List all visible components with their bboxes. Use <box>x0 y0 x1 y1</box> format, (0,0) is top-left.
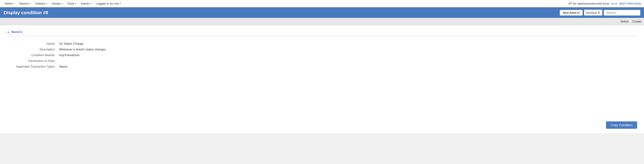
nav-assets-arrow: ▾ <box>62 2 63 5</box>
nav-logo-arrows: ≫≪ <box>611 2 618 6</box>
basics-toggle-icon[interactable]: ▲ <box>7 30 10 34</box>
rt-info-text: RT for aperturescience42.local <box>569 2 609 5</box>
nav-search-arrow: ▾ <box>30 2 31 5</box>
field-transaction-types-value: Status <box>57 64 637 69</box>
queue-label: General <box>586 11 597 15</box>
field-description-row: Description: Whenever a ticket's status … <box>7 47 637 52</box>
search-input[interactable] <box>604 10 640 16</box>
copy-condition-button[interactable]: Copy Condition <box>606 121 637 129</box>
nav-home-arrow: ▾ <box>14 2 15 5</box>
field-condition-module-value: AnyTransaction <box>57 52 637 58</box>
toolbar-bar: Select Create <box>0 18 644 25</box>
field-transaction-types-label: Applicable Transaction Types: <box>7 64 57 69</box>
nav-admin[interactable]: Admin ▾ <box>78 0 94 7</box>
nav-search[interactable]: Search ▾ <box>17 0 33 7</box>
nav-logged-in-arrow: ▾ <box>120 2 121 5</box>
nav-articles-arrow: ▾ <box>46 2 47 5</box>
nav-articles-label: Articles <box>35 2 45 5</box>
footer-actions: Copy Condition <box>0 117 644 133</box>
field-name-label: Name: <box>7 41 57 47</box>
nav-articles[interactable]: Articles ▾ <box>33 0 50 7</box>
rt-info: RT for aperturescience42.local ≫≪ BEST P… <box>569 2 642 6</box>
new-ticket-button[interactable]: New ticket in <box>560 10 583 16</box>
nav-tools-label: Tools <box>67 2 74 5</box>
nav-tools-arrow: ▾ <box>75 2 76 5</box>
create-link[interactable]: Create <box>632 20 641 23</box>
nav-tools[interactable]: Tools ▾ <box>65 0 78 7</box>
field-description-value: Whenever a ticket's status changes <box>57 47 637 52</box>
logo-best: BEST <box>620 2 626 5</box>
select-link[interactable]: Select <box>620 20 629 23</box>
field-parameters-label: Parameters to Pass: <box>7 58 57 64</box>
queue-arrows-icon: ⬍ <box>598 11 600 15</box>
field-condition-module-row: Condition Module: AnyTransaction <box>7 52 637 58</box>
logo-practical: PRACTICAL <box>627 2 642 5</box>
field-condition-module-label: Condition Module: <box>7 52 57 58</box>
queue-selector[interactable]: General ⬍ <box>584 10 602 16</box>
nav-home[interactable]: Home ▾ <box>2 0 17 7</box>
field-parameters-row: Parameters to Pass: <box>7 58 637 64</box>
field-description-label: Description: <box>7 47 57 52</box>
basics-section-header: ▲ Basics <box>7 30 637 34</box>
field-parameters-value <box>57 58 637 64</box>
header-bar: Display condition #8 New ticket in Gener… <box>0 7 644 18</box>
nav-assets[interactable]: Assets ▾ <box>50 0 65 7</box>
content-area: ▲ Basics Name: On Status Change Descript… <box>0 25 644 117</box>
basics-section-title: Basics <box>12 30 22 34</box>
field-name-row: Name: On Status Change <box>7 41 637 47</box>
nav-assets-label: Assets <box>52 2 61 5</box>
basics-divider <box>7 36 637 36</box>
nav-admin-label: Admin <box>81 2 89 5</box>
top-nav: Home ▾ Search ▾ Articles ▾ Assets ▾ Tool… <box>0 0 644 7</box>
nav-logged-in[interactable]: Logged in as root ▾ <box>94 0 123 7</box>
basics-fields-table: Name: On Status Change Description: When… <box>7 41 637 69</box>
nav-home-label: Home <box>4 2 12 5</box>
header-actions: New ticket in General ⬍ <box>560 10 640 16</box>
page-title: Display condition #8 <box>4 10 560 15</box>
nav-admin-arrow: ▾ <box>90 2 91 5</box>
nav-logged-in-label: Logged in as root <box>96 2 119 5</box>
field-name-value: On Status Change <box>57 41 637 47</box>
nav-search-label: Search <box>19 2 28 5</box>
field-transaction-types-row: Applicable Transaction Types: Status <box>7 64 637 69</box>
rt-logo: BEST PRACTICAL <box>620 2 642 5</box>
